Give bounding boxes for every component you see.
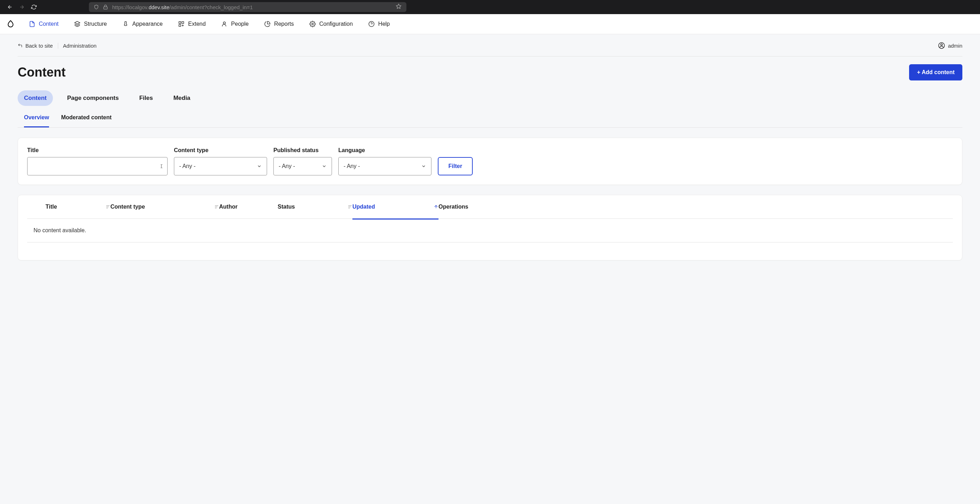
lock-icon [103,5,108,10]
nav-structure[interactable]: Structure [74,21,107,27]
svg-point-6 [223,22,226,24]
tab-page-components[interactable]: Page components [60,90,125,106]
subtab-overview[interactable]: Overview [24,114,49,128]
subtab-moderated[interactable]: Moderated content [61,114,111,128]
filter-published-value: - Any - [279,163,295,169]
svg-rect-5 [179,25,181,27]
help-icon [368,21,375,27]
chevron-down-icon [421,164,426,169]
nav-help-label: Help [378,21,390,27]
nav-people[interactable]: People [221,21,249,27]
th-content-type[interactable]: Content type [110,204,219,210]
gear-icon [309,21,316,27]
user-icon [221,21,228,27]
filter-title-label: Title [27,147,167,153]
filter-published-select[interactable]: - Any - [274,157,332,175]
breadcrumb-admin[interactable]: Administration [63,43,97,49]
nav-content[interactable]: Content [29,21,59,27]
nav-content-label: Content [39,21,59,27]
svg-rect-3 [179,22,181,23]
nav-people-label: People [231,21,249,27]
svg-rect-4 [182,22,184,23]
empty-message: No content available. [27,219,953,242]
forward-icon[interactable] [19,4,25,10]
page-title: Content [18,65,65,80]
svg-rect-0 [104,7,108,9]
sort-icon [214,204,219,209]
th-title[interactable]: Title [27,204,110,210]
tab-content[interactable]: Content [18,90,53,106]
svg-point-7 [312,23,313,25]
nav-appearance[interactable]: Appearance [123,21,162,27]
chevron-down-icon [257,164,262,169]
nav-configuration-label: Configuration [319,21,353,27]
back-to-site-link[interactable]: Back to site [18,43,58,49]
tab-files[interactable]: Files [133,90,159,106]
filter-content-type-select[interactable]: - Any - [174,157,267,175]
filter-language-label: Language [338,147,431,153]
sort-icon [105,204,110,209]
secondary-tabs: Overview Moderated content [18,106,963,128]
user-name: admin [948,43,963,49]
primary-tabs: Content Page components Files Media [0,80,980,106]
th-status[interactable]: Status [278,204,352,210]
add-content-button[interactable]: + Add content [909,64,963,80]
svg-marker-2 [75,22,80,24]
tab-media[interactable]: Media [167,90,196,106]
sort-icon [347,204,352,209]
filter-button[interactable]: Filter [438,157,473,175]
breadcrumb-bar: Back to site Administration admin [18,34,963,56]
return-icon [18,43,22,48]
shield-icon [94,5,99,10]
filter-card: Title Content type - Any - Published sta… [18,138,963,185]
nav-extend[interactable]: Extend [178,21,206,27]
reload-icon[interactable] [31,4,37,10]
chevron-down-icon [322,164,327,169]
back-label: Back to site [25,43,53,49]
user-info[interactable]: admin [938,42,963,49]
browser-nav-buttons [7,4,37,10]
th-updated[interactable]: Updated [352,204,439,220]
pie-chart-icon [264,21,270,27]
browser-chrome: https://localgov.ddev.site/admin/content… [0,0,980,14]
filter-title-input[interactable] [27,157,167,175]
nav-appearance-label: Appearance [132,21,162,27]
back-icon[interactable] [7,4,13,10]
svg-point-10 [941,44,943,46]
user-avatar-icon [938,42,945,49]
nav-reports[interactable]: Reports [264,21,294,27]
nav-reports-label: Reports [274,21,294,27]
nav-help[interactable]: Help [368,21,390,27]
th-author[interactable]: Author [219,204,278,210]
layers-icon [74,21,80,27]
nav-extend-label: Extend [188,21,206,27]
filter-published-label: Published status [274,147,332,153]
table-header-row: Title Content type Author Status Updated… [27,195,953,219]
svg-marker-1 [396,4,401,8]
star-icon[interactable] [396,3,401,9]
arrow-up-icon [434,204,439,209]
th-operations: Operations [439,204,474,210]
url-bar[interactable]: https://localgov.ddev.site/admin/content… [89,2,406,12]
file-icon [29,21,35,27]
content-table: Title Content type Author Status Updated… [18,195,963,260]
filter-language-value: - Any - [344,163,360,169]
nav-configuration[interactable]: Configuration [309,21,353,27]
filter-content-type-value: - Any - [179,163,196,169]
text-cursor-icon [159,164,164,169]
grid-plus-icon [178,21,185,27]
nav-structure-label: Structure [84,21,107,27]
admin-toolbar: Content Structure Appearance Extend Peop… [0,14,980,34]
url-text: https://localgov.ddev.site/admin/content… [112,4,253,10]
filter-content-type-label: Content type [174,147,267,153]
brush-icon [123,21,129,27]
filter-language-select[interactable]: - Any - [338,157,431,175]
drupal-logo-icon[interactable] [6,20,15,28]
